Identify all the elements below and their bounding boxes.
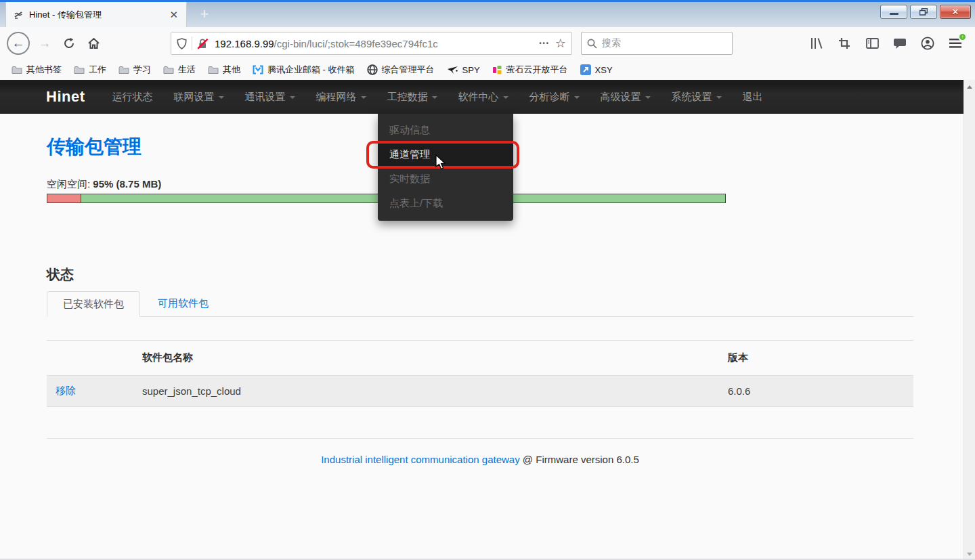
status-heading: 状态 <box>47 265 915 284</box>
folder-icon <box>163 66 174 74</box>
home-button[interactable] <box>84 32 103 55</box>
bookmark-spy[interactable]: SPY <box>442 63 485 77</box>
nav-item-advanced-settings[interactable]: 高级设置 <box>601 91 651 104</box>
minimize-icon <box>890 13 898 15</box>
bookmark-mgmt-platform[interactable]: 综合管理平台 <box>362 62 439 78</box>
package-tabs: 已安装软件包 可用软件包 <box>47 291 913 317</box>
folder-icon <box>208 66 219 74</box>
bookmark-label: 腾讯企业邮箱 - 收件箱 <box>267 64 355 76</box>
table-header-row: 软件包名称 版本 <box>47 341 913 375</box>
shield-icon[interactable] <box>177 38 187 49</box>
dropdown-item-driver-info[interactable]: 驱动信息 <box>378 118 513 142</box>
tencent-mail-icon <box>253 65 263 74</box>
reload-button[interactable] <box>60 32 79 55</box>
footer-gateway-link[interactable]: Industrial intelligent communication gat… <box>321 454 520 465</box>
nav-item-network-settings[interactable]: 联网设置 <box>174 91 224 104</box>
free-space-value: 95% (8.75 MB) <box>93 178 161 190</box>
bookmark-label: 其他书签 <box>26 64 62 76</box>
sidebar-button[interactable] <box>865 36 880 51</box>
nav-item-programming-network[interactable]: 编程网络 <box>316 91 366 104</box>
search-placeholder: 搜索 <box>602 37 621 49</box>
bookmark-label: 其他 <box>223 64 240 76</box>
nav-item-logout[interactable]: 退出 <box>743 91 763 104</box>
bookmark-xsy[interactable]: XSY <box>576 62 618 77</box>
url-path: /cgi-bin/luci/;stok=489fe39ec794fc1c <box>274 38 438 49</box>
dropdown-item-point-table[interactable]: 点表上/下载 <box>378 191 513 215</box>
bookmark-folder-other[interactable]: 其他 <box>203 62 245 78</box>
packages-table: 软件包名称 版本 移除 super_json_tcp_cloud 6.0.6 <box>47 340 913 407</box>
progress-used-segment <box>47 194 81 202</box>
divider <box>192 37 192 50</box>
bookmark-label: 学习 <box>133 64 151 76</box>
bookmark-label: 萤石云开放平台 <box>506 64 568 76</box>
library-button[interactable] <box>809 36 824 51</box>
tab-installed-packages[interactable]: 已安装软件包 <box>47 291 140 317</box>
close-icon: ✕ <box>952 7 959 17</box>
caret-down-icon <box>574 96 580 99</box>
scroll-up-icon[interactable] <box>967 85 972 89</box>
brand-logo[interactable]: Hinet <box>46 88 85 106</box>
bookmark-folder-others-tags[interactable]: 其他书签 <box>7 62 66 78</box>
folder-icon <box>12 66 22 74</box>
nav-item-run-status[interactable]: 运行状态 <box>112 91 153 104</box>
back-button[interactable]: ← <box>7 32 30 55</box>
folder-icon <box>118 66 129 74</box>
chat-button[interactable] <box>892 36 907 51</box>
bookmark-label: XSY <box>595 65 613 75</box>
remove-link[interactable]: 移除 <box>56 385 76 396</box>
nav-item-industrial-data[interactable]: 工控数据 <box>387 91 437 104</box>
search-bar[interactable]: 搜索 <box>581 32 733 55</box>
nav-item-system-settings[interactable]: 系统设置 <box>672 91 722 104</box>
bookmarks-bar: 其他书签 工作 学习 生活 其他 腾讯企业邮箱 - 收件箱 综合管理平台 SPY… <box>0 60 975 80</box>
reload-icon <box>63 37 75 49</box>
bookmark-folder-work[interactable]: 工作 <box>69 62 111 78</box>
table-row: 移除 super_json_tcp_cloud 6.0.6 <box>47 375 913 407</box>
sidebar-icon <box>866 38 879 49</box>
url-text[interactable]: 192.168.9.99/cgi-bin/luci/;stok=489fe39e… <box>215 38 536 49</box>
caret-down-icon <box>290 96 295 99</box>
bookmark-tencent-mail[interactable]: 腾讯企业邮箱 - 收件箱 <box>248 62 360 78</box>
caret-down-icon <box>361 96 366 99</box>
tab-available-packages[interactable]: 可用软件包 <box>140 291 226 316</box>
section-divider <box>47 438 913 439</box>
close-button[interactable]: ✕ <box>940 5 971 19</box>
bookmark-label: SPY <box>462 65 480 75</box>
minimize-button[interactable] <box>880 5 907 19</box>
bookmark-label: 工作 <box>89 64 106 76</box>
account-button[interactable] <box>920 36 935 51</box>
new-tab-button[interactable]: + <box>194 5 215 24</box>
crop-icon <box>838 37 850 49</box>
bookmark-star-icon[interactable]: ☆ <box>555 37 566 49</box>
globe-icon <box>367 64 378 75</box>
site-navbar: Hinet 运行状态 联网设置 通讯设置 编程网络 工控数据 软件中心 分析诊断… <box>0 80 963 114</box>
bookmark-ezviz[interactable]: 萤石云开放平台 <box>488 62 573 78</box>
insecure-lock-icon[interactable] <box>197 38 209 49</box>
nav-item-software-center[interactable]: 软件中心 <box>458 91 508 104</box>
caret-down-icon <box>219 96 224 99</box>
tab-title: Hinet - 传输包管理 <box>29 9 168 21</box>
content-scrollbar[interactable] <box>963 80 975 560</box>
forward-button[interactable]: → <box>35 32 54 55</box>
restore-button[interactable] <box>910 5 937 19</box>
scroll-down-icon[interactable] <box>967 553 972 556</box>
caret-down-icon <box>503 96 508 99</box>
screenshot-button[interactable] <box>837 36 852 51</box>
caret-down-icon <box>645 96 651 99</box>
address-bar[interactable]: 192.168.9.99/cgi-bin/luci/;stok=489fe39e… <box>171 32 572 55</box>
url-domain: 192.168.9.99 <box>215 38 274 49</box>
back-icon: ← <box>12 36 25 51</box>
bookmark-folder-study[interactable]: 学习 <box>114 62 156 78</box>
bookmark-folder-life[interactable]: 生活 <box>158 62 200 78</box>
nav-item-comm-settings[interactable]: 通讯设置 <box>245 91 295 104</box>
menu-button[interactable]: ↑ <box>948 36 963 51</box>
chat-bubble-icon <box>893 38 907 49</box>
browser-tab[interactable]: Hinet - 传输包管理 ✕ <box>5 2 187 27</box>
package-version: 6.0.6 <box>728 385 913 397</box>
xsy-arrow-icon <box>580 64 591 75</box>
nav-item-analysis-diagnosis[interactable]: 分析诊断 <box>529 91 580 104</box>
page-footer: Industrial intelligent communication gat… <box>47 454 913 465</box>
page-actions-icon[interactable]: ••• <box>539 40 549 47</box>
mouse-cursor-icon <box>435 154 447 171</box>
tab-close-icon[interactable]: ✕ <box>168 9 179 21</box>
bookmark-label: 生活 <box>178 64 196 76</box>
